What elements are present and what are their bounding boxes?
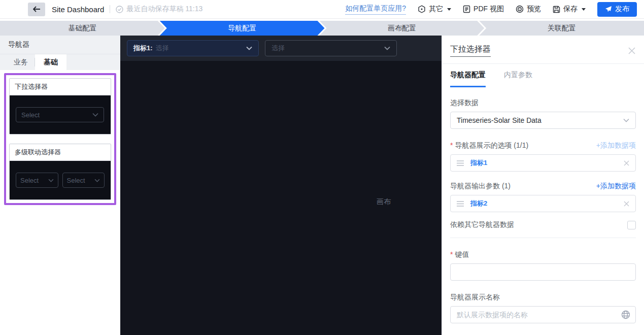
divider [110, 5, 110, 13]
preview-button[interactable]: 预览 [516, 5, 541, 14]
depend-label: 依赖其它导航器数据 [450, 220, 514, 229]
display-options-header: *导航器展示的选项 (1/1) +添加数据项 [450, 141, 636, 150]
topbar: Site Dashboard 最近自动保存草稿 11:13 如何配置单页应用? … [0, 0, 644, 19]
select-placeholder-label: Select [21, 111, 40, 119]
drag-handle-icon[interactable] [457, 160, 464, 166]
select-data-value: Timeseries-Solar Site Data [457, 116, 541, 124]
add-data-item-link[interactable]: +添加数据项 [596, 141, 636, 150]
sidebar-tabs: 业务 基础 [0, 54, 120, 70]
pdf-view-button[interactable]: PDF 视图 [463, 5, 504, 14]
chevron-down-icon [384, 46, 390, 50]
drag-handle-icon[interactable] [457, 201, 464, 207]
navigator-sidebar: 导航器 业务 基础 下拉选择器 Select 多级联动选择器 [0, 36, 120, 335]
required-mark: * [450, 141, 453, 149]
arrow-left-icon [33, 6, 41, 12]
pdf-view-label: PDF 视图 [473, 5, 504, 14]
config-panel: 下拉选择器 导航器配置 内置参数 选择数据 Timeseries-Solar S… [442, 36, 644, 335]
divider [450, 238, 636, 238]
output-params-header: 导航器输出参数 (1) +添加数据项 [450, 182, 636, 191]
widget-card-title: 多级联动选择器 [10, 144, 111, 161]
data-item-row[interactable]: 指标1 [450, 154, 636, 172]
canvas[interactable]: 指标1: 选择 选择 画布 [120, 36, 442, 335]
step-label: 基础配置 [68, 24, 96, 33]
help-link[interactable]: 如何配置单页应用? [345, 4, 406, 15]
widget-card-cascade-selector[interactable]: 多级联动选择器 Select Select [9, 144, 111, 200]
more-menu-label: 其它 [429, 5, 443, 14]
gear-icon [418, 5, 426, 13]
panel-title: 下拉选择器 [450, 44, 491, 57]
widget-preview: Select [10, 95, 111, 134]
circle-check-icon [116, 6, 123, 13]
display-options-text: 导航器展示的选项 (1/1) [455, 141, 528, 149]
caret-down-icon [582, 8, 586, 11]
chevron-down-icon [623, 118, 629, 122]
step-tab-canvas-config[interactable]: 画布配置 [320, 21, 485, 36]
save-icon [553, 6, 560, 13]
caret-down-icon [447, 8, 451, 11]
step-label: 关联配置 [548, 24, 576, 33]
select-data-dropdown[interactable]: Timeseries-Solar Site Data [450, 112, 636, 129]
step-tabs: 基础配置 导航配置 画布配置 关联配置 [0, 21, 644, 36]
sidebar-tab-business[interactable]: 业务 [7, 54, 35, 70]
send-icon [605, 6, 612, 13]
required-mark: * [450, 250, 453, 258]
preview-label: 预览 [527, 5, 541, 14]
depend-checkbox[interactable] [627, 221, 636, 229]
topbar-actions: 如何配置单页应用? 其它 PDF 视图 预览 保存 发布 [345, 2, 637, 17]
plain-dropdown[interactable]: 选择 [265, 40, 397, 56]
save-button[interactable]: 保存 [553, 5, 586, 14]
chevron-down-icon [246, 46, 252, 50]
autosave-text: 最近自动保存草稿 11:13 [126, 5, 202, 14]
close-icon[interactable] [628, 47, 636, 55]
widget-preview: Select Select [10, 161, 111, 199]
sidebar-tab-basic[interactable]: 基础 [35, 54, 66, 70]
data-item-label: 指标1 [470, 158, 487, 168]
more-menu-button[interactable]: 其它 [418, 5, 451, 14]
app-title: Site Dashboard [52, 5, 104, 14]
panel-header: 下拉选择器 [450, 36, 636, 57]
step-tab-basic-config[interactable]: 基础配置 [0, 21, 165, 36]
step-tab-relation-config[interactable]: 关联配置 [479, 21, 644, 36]
widget-card-dropdown-selector[interactable]: 下拉选择器 Select [9, 78, 111, 135]
canvas-navigator-bar: 指标1: 选择 选择 [120, 36, 442, 61]
widget-card-title: 下拉选择器 [10, 79, 111, 95]
tab-navigator-config[interactable]: 导航器配置 [450, 71, 486, 87]
publish-button[interactable]: 发布 [597, 2, 637, 17]
metric-dropdown[interactable]: 指标1: 选择 [127, 40, 259, 56]
globe-icon[interactable] [621, 310, 630, 319]
plain-dropdown-placeholder: 选择 [272, 44, 285, 53]
select-placeholder-box: Select [62, 173, 105, 188]
autosave-status: 最近自动保存草稿 11:13 [116, 5, 202, 14]
add-data-item-link[interactable]: +添加数据项 [596, 182, 636, 191]
output-params-label: 导航器输出参数 (1) [450, 182, 511, 191]
display-name-input[interactable] [450, 306, 636, 323]
metric-dropdown-label: 指标1: [133, 44, 153, 53]
remove-item-icon[interactable] [624, 160, 629, 166]
step-label: 导航配置 [228, 24, 256, 33]
display-name-field [450, 306, 636, 323]
key-input[interactable] [450, 263, 636, 281]
select-data-label: 选择数据 [450, 98, 636, 108]
sidebar-body: 下拉选择器 Select 多级联动选择器 Select [0, 70, 120, 335]
chevron-down-icon [94, 179, 100, 182]
data-item-row[interactable]: 指标2 [450, 195, 636, 212]
tab-builtin-params[interactable]: 内置参数 [504, 71, 532, 87]
step-label: 画布配置 [388, 24, 416, 33]
back-button[interactable] [28, 3, 45, 16]
chevron-down-icon [92, 113, 98, 117]
depend-row: 依赖其它导航器数据 [450, 220, 636, 229]
key-label: *键值 [450, 250, 636, 259]
preview-icon [516, 5, 524, 13]
remove-item-icon[interactable] [624, 201, 629, 207]
display-name-label: 导航器展示名称 [450, 293, 636, 302]
display-options-label: *导航器展示的选项 (1/1) [450, 141, 528, 150]
select-placeholder-box: Select [16, 107, 104, 122]
save-label: 保存 [563, 5, 578, 14]
select-placeholder-label: Select [20, 177, 39, 184]
main-content: 导航器 业务 基础 下拉选择器 Select 多级联动选择器 [0, 36, 644, 335]
step-tab-navigation-config[interactable]: 导航配置 [160, 21, 325, 36]
metric-dropdown-placeholder: 选择 [156, 44, 169, 53]
select-placeholder-label: Select [67, 177, 85, 184]
canvas-placeholder-label: 画布 [377, 197, 391, 207]
data-item-label: 指标2 [470, 199, 487, 208]
